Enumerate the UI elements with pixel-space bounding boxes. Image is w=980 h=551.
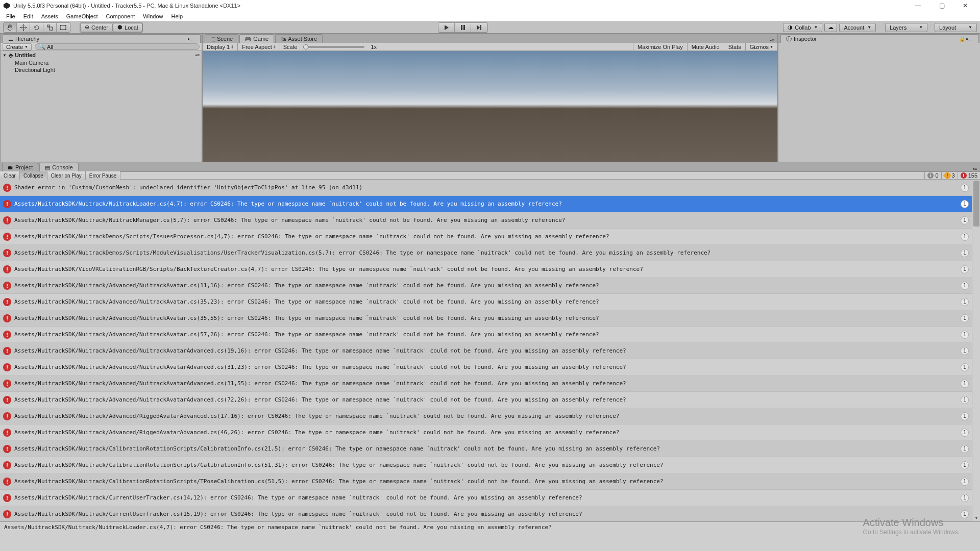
console-message: Assets/NuitrackSDK/Nuitrack/CurrentUserT…: [14, 511, 958, 517]
console-row[interactable]: !Assets/NuitrackSDK/Nuitrack/Calibration…: [0, 441, 980, 457]
menu-window[interactable]: Window: [139, 12, 167, 20]
console-row[interactable]: !Assets/NuitrackSDK/Nuitrack/Advanced/Nu…: [0, 392, 980, 408]
hierarchy-item[interactable]: Directional Light: [1, 66, 202, 73]
lock-icon[interactable]: 🔒: [958, 36, 966, 42]
collab-dropdown[interactable]: ◑Collab▼: [783, 23, 822, 32]
step-button[interactable]: [471, 23, 487, 32]
menu-component[interactable]: Component: [102, 12, 139, 20]
console-row[interactable]: !Assets/NuitrackSDK/Nuitrack/Advanced/Nu…: [0, 310, 980, 327]
error-icon: !: [3, 249, 11, 257]
mute-audio-toggle[interactable]: Mute Audio: [687, 43, 724, 51]
tab-inspector[interactable]: ⓘ Inspector 🔒▪≡: [780, 34, 979, 43]
display-dropdown[interactable]: Display 1‡: [203, 43, 238, 51]
local-icon: ⬢: [117, 24, 122, 31]
console-row[interactable]: !Assets/NuitrackSDK/VicoVRCalibrationRGB…: [0, 261, 980, 278]
console-row[interactable]: !Assets/NuitrackSDK/Nuitrack/CurrentUser…: [0, 490, 980, 506]
hierarchy-item[interactable]: Main Camera: [1, 59, 202, 66]
pivot-center-button[interactable]: ⊕Center: [80, 23, 113, 32]
menu-help[interactable]: Help: [167, 12, 187, 20]
console-message: Shader error in 'Custom/CustomMesh': und…: [14, 184, 958, 191]
clear-on-play-toggle[interactable]: Clear on Play: [47, 171, 86, 180]
cloud-button[interactable]: ☁: [824, 23, 837, 32]
panel-menu-icon[interactable]: ▪≡: [966, 36, 971, 42]
minimize-button[interactable]: —: [906, 0, 930, 11]
close-button[interactable]: ✕: [953, 0, 977, 11]
collapse-count: 1: [961, 200, 969, 208]
error-icon: !: [3, 429, 11, 437]
panel-menu-icon[interactable]: ▪≡: [767, 38, 777, 43]
tab-project[interactable]: 🖿Project: [2, 163, 38, 171]
tab-hierarchy[interactable]: ☰ Hierarchy ▪≡: [3, 34, 201, 43]
error-count-toggle[interactable]: !155: [958, 172, 980, 179]
console-row[interactable]: !Assets/NuitrackSDK/Nuitrack/Advanced/Ri…: [0, 408, 980, 424]
pause-button[interactable]: [455, 23, 471, 32]
stats-toggle[interactable]: Stats: [724, 43, 745, 51]
scale-slider[interactable]: [303, 46, 364, 48]
scrollbar[interactable]: ▲ ▼: [972, 180, 980, 521]
console-row[interactable]: !Assets/NuitrackSDK/NuitrackDemos/Script…: [0, 229, 980, 245]
panel-menu-icon[interactable]: ▪≡: [186, 36, 195, 42]
aspect-dropdown[interactable]: Free Aspect‡: [238, 43, 280, 51]
game-toolbar: Display 1‡ Free Aspect‡ Scale 1x Maximiz…: [203, 43, 777, 51]
console-detail[interactable]: Assets/NuitrackSDK/Nuitrack/NuitrackLoad…: [0, 521, 980, 551]
warn-count-toggle[interactable]: !3: [941, 172, 958, 179]
console-row[interactable]: !Assets/NuitrackSDK/Nuitrack/Advanced/Nu…: [0, 294, 980, 310]
scene-header[interactable]: ▼ ⬘ Untitled ▪≡: [1, 51, 202, 59]
error-icon: !: [3, 331, 11, 339]
tab-console[interactable]: ▤Console: [39, 163, 78, 171]
hierarchy-icon: ☰: [8, 36, 13, 42]
console-row[interactable]: !Shader error in 'Custom/CustomMesh': un…: [0, 180, 980, 196]
console-row[interactable]: !Assets/NuitrackSDK/Nuitrack/Advanced/Nu…: [0, 327, 980, 343]
scroll-thumb[interactable]: [973, 181, 979, 227]
collapse-count: 1: [961, 282, 969, 290]
console-row[interactable]: !Assets/NuitrackSDK/Nuitrack/NuitrackMan…: [0, 212, 980, 229]
create-dropdown[interactable]: Create ▼: [3, 43, 32, 51]
move-tool-button[interactable]: [17, 23, 30, 32]
console-row[interactable]: !Assets/NuitrackSDK/Nuitrack/NuitrackLoa…: [0, 196, 980, 212]
layout-dropdown[interactable]: Layout▼: [935, 23, 977, 32]
menu-assets[interactable]: Assets: [37, 12, 62, 20]
console-row[interactable]: !Assets/NuitrackSDK/Nuitrack/Advanced/Ri…: [0, 424, 980, 441]
console-row[interactable]: !Assets/NuitrackSDK/NuitrackDemos/Script…: [0, 245, 980, 261]
foldout-icon[interactable]: ▼: [3, 53, 7, 58]
hand-tool-button[interactable]: [4, 23, 17, 32]
maximize-on-play-toggle[interactable]: Maximize On Play: [633, 43, 687, 51]
game-view[interactable]: [203, 51, 777, 162]
collapse-toggle[interactable]: Collapse: [20, 171, 47, 180]
info-count-toggle[interactable]: i0: [924, 172, 941, 179]
console-row[interactable]: !Assets/NuitrackSDK/Nuitrack/Calibration…: [0, 457, 980, 473]
console-message: Assets/NuitrackSDK/Nuitrack/Advanced/Rig…: [14, 413, 958, 419]
menu-edit[interactable]: Edit: [19, 12, 37, 20]
menu-gameobject[interactable]: GameObject: [62, 12, 102, 20]
menubar: FileEditAssetsGameObjectComponentWindowH…: [0, 11, 980, 21]
collapse-count: 1: [961, 347, 969, 355]
maximize-button[interactable]: ▢: [930, 0, 953, 11]
panel-menu-icon[interactable]: ▪≡: [970, 166, 980, 171]
console-row[interactable]: !Assets/NuitrackSDK/Nuitrack/Advanced/Nu…: [0, 278, 980, 294]
console-row[interactable]: !Assets/NuitrackSDK/Nuitrack/Advanced/Nu…: [0, 375, 980, 392]
tab-scene[interactable]: ⬚Scene: [205, 34, 238, 43]
scene-menu-icon[interactable]: ▪≡: [195, 53, 200, 58]
play-controls: [438, 22, 488, 33]
gizmos-dropdown[interactable]: Gizmos▼: [745, 43, 777, 51]
tab-game[interactable]: 🎮Game: [239, 34, 274, 43]
console-row[interactable]: !Assets/NuitrackSDK/Nuitrack/Calibration…: [0, 473, 980, 490]
play-button[interactable]: [438, 23, 455, 32]
hierarchy-search-input[interactable]: 🔍All: [35, 43, 200, 50]
clear-button[interactable]: Clear: [0, 171, 20, 180]
menu-file[interactable]: File: [2, 12, 19, 20]
console-row[interactable]: !Assets/NuitrackSDK/Nuitrack/CurrentUser…: [0, 506, 980, 521]
rect-tool-button[interactable]: [57, 23, 70, 32]
layers-dropdown[interactable]: Layers▼: [885, 23, 927, 32]
console-list[interactable]: ▲ ▼ !Shader error in 'Custom/CustomMesh'…: [0, 180, 980, 521]
assetstore-icon: 🛍: [281, 36, 286, 42]
error-pause-toggle[interactable]: Error Pause: [86, 171, 120, 180]
rotate-tool-button[interactable]: [30, 23, 43, 32]
tab-asset-store[interactable]: 🛍Asset Store: [275, 34, 323, 43]
account-dropdown[interactable]: Account▼: [839, 23, 876, 32]
scroll-down-icon[interactable]: ▼: [972, 514, 980, 521]
console-row[interactable]: !Assets/NuitrackSDK/Nuitrack/Advanced/Nu…: [0, 359, 980, 375]
scale-tool-button[interactable]: [43, 23, 57, 32]
console-row[interactable]: !Assets/NuitrackSDK/Nuitrack/Advanced/Nu…: [0, 343, 980, 359]
pivot-local-button[interactable]: ⬢Local: [113, 23, 142, 32]
